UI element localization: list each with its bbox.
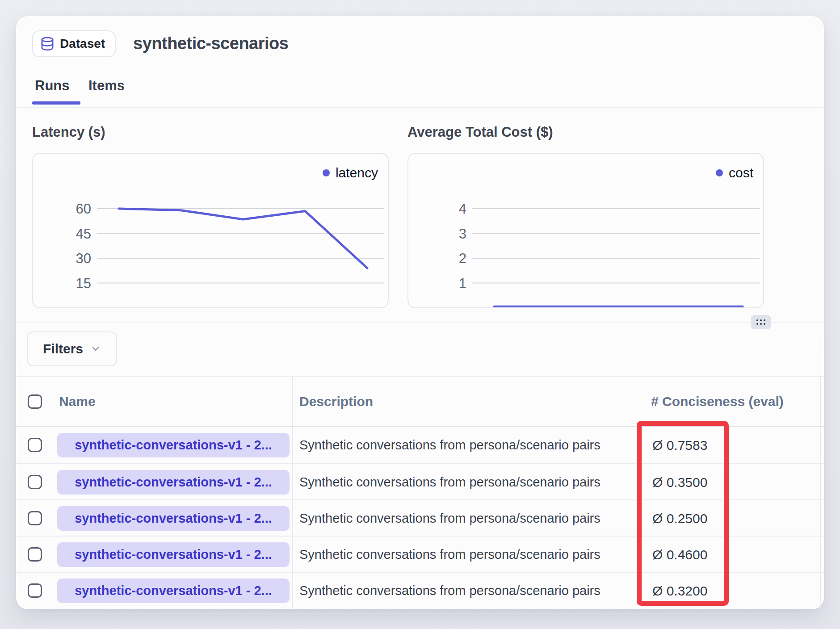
latency-legend: latency [323, 165, 378, 180]
run-description: Synthetic conversations from persona/sce… [299, 464, 601, 500]
run-description: Synthetic conversations from persona/sce… [299, 427, 601, 463]
table-row: synthetic-conversations-v1 - 2... Synthe… [16, 427, 824, 463]
svg-text:15: 15 [76, 276, 91, 291]
dataset-badge: Dataset [32, 30, 116, 57]
svg-text:45: 45 [76, 226, 91, 242]
charts-divider [16, 322, 824, 323]
svg-text:3: 3 [459, 226, 466, 242]
latency-legend-dot [323, 169, 330, 176]
tabs-divider [16, 107, 824, 108]
conciseness-value: Ø 0.3500 [652, 464, 707, 500]
row-checkbox[interactable] [28, 583, 42, 598]
latency-chart: 15304560 latency [32, 153, 389, 308]
column-header-description[interactable]: Description [299, 376, 373, 427]
row-checkbox[interactable] [28, 511, 42, 525]
run-name-link[interactable]: synthetic-conversations-v1 - 2... [57, 579, 290, 603]
svg-text:30: 30 [76, 251, 91, 266]
row-checkbox[interactable] [28, 547, 42, 562]
select-all-checkbox[interactable] [28, 394, 42, 409]
table-header-row: Name Description # Conciseness (eval) [16, 376, 824, 427]
svg-text:1: 1 [459, 276, 466, 291]
filters-button-label: Filters [43, 341, 83, 356]
run-name-link[interactable]: synthetic-conversations-v1 - 2... [57, 506, 290, 531]
table-row: synthetic-conversations-v1 - 2... Synthe… [16, 463, 824, 499]
cost-chart-plot: 1234 [408, 154, 764, 308]
conciseness-value: Ø 0.4600 [652, 537, 707, 573]
column-header-name[interactable]: Name [59, 376, 96, 427]
conciseness-value: Ø 0.2500 [652, 500, 707, 537]
chevron-down-icon [90, 344, 101, 354]
table-row: synthetic-conversations-v1 - 2... Synthe… [16, 499, 824, 536]
runs-table: Name Description # Conciseness (eval) sy… [16, 376, 824, 608]
dataset-card: Dataset synthetic-scenarios Runs Items L… [16, 16, 824, 609]
cost-legend: cost [716, 165, 753, 180]
run-description: Synthetic conversations from persona/sce… [299, 537, 601, 573]
drag-handle[interactable] [751, 315, 771, 329]
page-title: synthetic-scenarios [133, 34, 288, 53]
run-description: Synthetic conversations from persona/sce… [299, 573, 601, 609]
latency-chart-title: Latency (s) [32, 124, 105, 140]
drag-handle-dots-icon [756, 319, 765, 325]
filters-button[interactable]: Filters [27, 331, 117, 366]
run-name-link[interactable]: synthetic-conversations-v1 - 2... [57, 470, 290, 495]
dataset-badge-label: Dataset [60, 37, 105, 51]
cost-chart-title: Average Total Cost ($) [407, 124, 553, 140]
run-description: Synthetic conversations from persona/sce… [299, 500, 601, 537]
tab-runs[interactable]: Runs [35, 78, 70, 94]
conciseness-value: Ø 0.3200 [652, 573, 707, 609]
run-name-link[interactable]: synthetic-conversations-v1 - 2... [57, 433, 290, 457]
tab-items[interactable]: Items [88, 78, 125, 94]
run-name-link[interactable]: synthetic-conversations-v1 - 2... [57, 542, 290, 567]
cost-legend-dot [716, 169, 723, 176]
conciseness-value: Ø 0.7583 [652, 427, 707, 463]
table-row: synthetic-conversations-v1 - 2... Synthe… [16, 536, 824, 572]
svg-text:60: 60 [76, 201, 91, 217]
database-icon [40, 37, 55, 51]
svg-text:2: 2 [459, 251, 466, 266]
active-tab-underline [32, 101, 80, 105]
column-header-conciseness[interactable]: # Conciseness (eval) [651, 376, 784, 427]
table-body: synthetic-conversations-v1 - 2... Synthe… [16, 427, 824, 608]
row-checkbox[interactable] [28, 475, 42, 489]
svg-text:4: 4 [459, 201, 466, 217]
latency-legend-label: latency [336, 165, 378, 180]
cost-legend-label: cost [729, 165, 753, 180]
row-checkbox[interactable] [28, 438, 42, 452]
cost-chart: 1234 cost [407, 153, 764, 308]
table-row: synthetic-conversations-v1 - 2... Synthe… [16, 572, 824, 608]
